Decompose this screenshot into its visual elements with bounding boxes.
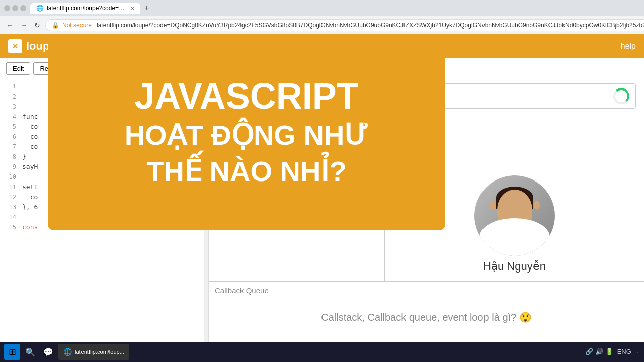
profile-name: Hậu Nguyễn (483, 260, 546, 273)
window-controls (4, 5, 26, 11)
logo-icon: ✕ (8, 39, 22, 53)
battery-icon[interactable]: 🔋 (605, 348, 613, 355)
close-button[interactable] (20, 5, 26, 11)
lang-label: ENG (617, 348, 631, 355)
avatar (474, 175, 555, 256)
browser-title-bar: 🌐 latentflip.com/loupe?code=DC... ✕ + (0, 0, 644, 16)
security-icon: 🔒 (52, 22, 59, 29)
browser-nav-bar: ← → ↻ 🔒 Not secure latentflip.com/loupe/… (0, 16, 644, 34)
taskbar-right: 🔗 🔊 🔋 ENG ... (585, 348, 640, 355)
overlay-title-line1: JAVASCRIPT (134, 76, 358, 116)
address-bar[interactable]: 🔒 Not secure latentflip.com/loupe/?code=… (45, 19, 644, 31)
taskbar-time: ... (635, 348, 640, 355)
avatar-ear-left (490, 201, 496, 210)
minimize-button[interactable] (4, 5, 10, 11)
system-tray: 🔗 🔊 🔋 (585, 348, 613, 355)
maximize-button[interactable] (12, 5, 18, 11)
volume-icon[interactable]: 🔊 (595, 348, 603, 355)
overlay-banner: JAVASCRIPT HOẠT ĐỘNG NHƯ THẾ NÀO NHỈ? (48, 34, 445, 230)
back-button[interactable]: ← (4, 18, 15, 32)
refresh-button[interactable]: ↻ (32, 18, 42, 32)
start-button[interactable]: ⊞ (4, 344, 20, 360)
callback-queue-title: Callback Queue (209, 282, 644, 299)
spinner-icon (613, 88, 629, 104)
taskbar-cortana-icon[interactable]: 💬 (40, 344, 56, 360)
browser-tab[interactable]: 🌐 latentflip.com/loupe?code=DC... ✕ (30, 3, 140, 14)
taskbar: ⊞ 🔍 💬 🌐 latentflip.com/loup... 🔗 🔊 🔋 ENG… (0, 342, 644, 362)
callback-text: Callstack, Callback queue, event loop là… (213, 303, 640, 331)
overlay-title-line2: HOẠT ĐỘNG NHƯ (125, 118, 369, 152)
taskbar-chrome-app[interactable]: 🌐 latentflip.com/loup... (58, 344, 129, 360)
help-link[interactable]: help (621, 42, 636, 51)
overlay-title-line3: THẾ NÀO NHỈ? (146, 154, 346, 188)
new-tab-button[interactable]: + (144, 4, 149, 13)
tab-close-button[interactable]: ✕ (130, 6, 134, 11)
network-icon[interactable]: 🔗 (585, 348, 593, 355)
tab-title: latentflip.com/loupe?code=DC... (47, 5, 127, 12)
taskbar-search-icon[interactable]: 🔍 (22, 344, 38, 360)
avatar-ear-right (534, 201, 540, 210)
clock-time: ... (635, 348, 640, 355)
avatar-shirt (479, 218, 550, 256)
tab-favicon: 🌐 (36, 5, 44, 12)
taskbar-app-label: latentflip.com/loup... (75, 349, 124, 355)
logo-symbol: ✕ (12, 42, 18, 50)
edit-button[interactable]: Edit (6, 62, 30, 75)
taskbar-chrome-icon: 🌐 (63, 348, 72, 356)
url-text: latentflip.com/loupe/?code=DQoNCg0KZnVuY… (97, 22, 644, 29)
not-secure-label: Not secure (62, 22, 92, 29)
forward-button[interactable]: → (18, 18, 29, 32)
